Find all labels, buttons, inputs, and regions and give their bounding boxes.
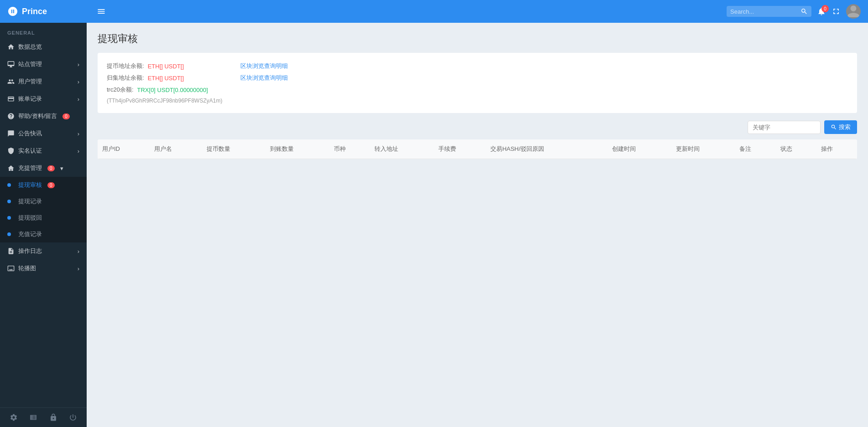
trc20-addr: (TTh4joPv8GhR9RCcJF98nb96PF8WSZyA1m) [107, 98, 222, 104]
submenu-item-withdraw-records[interactable]: 提现记录 [0, 193, 87, 210]
help-badge: 0 [62, 113, 70, 119]
sidebar-item-user-label: 用户管理 [18, 77, 42, 86]
sidebar-item-user-manage[interactable]: 用户管理 › [0, 73, 87, 90]
col-create-time: 创建时间 [608, 139, 671, 159]
dot-withdraw-records [7, 200, 11, 203]
info-row-collect-balance: 归集地址余额: ETH[] USDT[] [107, 74, 222, 82]
col-user-id: 用户ID [98, 139, 150, 159]
layout-icon [29, 413, 37, 422]
blockchain-link-2[interactable]: 区块浏览查询明细 [240, 74, 288, 82]
lock-button[interactable] [49, 413, 57, 422]
menu-icon [97, 7, 106, 16]
col-tx-hash: 交易HASH/驳回原因 [486, 139, 608, 159]
sidebar-item-operation-log[interactable]: 操作日志 › [0, 242, 87, 260]
sidebar-item-help[interactable]: 帮助/资料/留言 0 [0, 108, 87, 125]
trc20-value: TRX[0] USDT[0.00000000] [137, 87, 208, 93]
col-currency: 币种 [329, 139, 370, 159]
data-table: 用户ID 用户名 提币数量 到账数量 币种 转入地址 手续费 交易HASH/驳回… [98, 139, 857, 159]
info-row-trc20: trc20余额: TRX[0] USDT[0.00000000] [107, 86, 222, 94]
app-name: Prince [22, 7, 47, 16]
search-btn-icon [831, 124, 837, 130]
col-fee: 手续费 [434, 139, 486, 159]
trc20-label: trc20余额: [107, 86, 134, 94]
page-title: 提现审核 [98, 32, 857, 46]
notice-arrow: › [78, 130, 79, 137]
log-arrow: › [78, 248, 79, 255]
submenu-withdraw-audit-label: 提现审核 [18, 181, 42, 189]
submenu-withdraw-refund-label: 提现驳回 [18, 214, 42, 222]
blockchain-link-1[interactable]: 区块浏览查询明细 [240, 62, 288, 70]
layout-button[interactable] [29, 413, 37, 422]
table-header: 用户ID 用户名 提币数量 到账数量 币种 转入地址 手续费 交易HASH/驳回… [98, 139, 857, 159]
user-manage-arrow: › [78, 78, 79, 85]
fullscreen-icon [832, 7, 841, 16]
col-status: 状态 [776, 139, 816, 159]
help-icon [7, 113, 15, 120]
withdraw-audit-badge: 0 [47, 182, 55, 188]
search-box[interactable] [727, 6, 811, 17]
sidebar-item-realname[interactable]: 实名认证 › [0, 142, 87, 159]
search-icon [800, 8, 808, 15]
sidebar-item-recharge-manage[interactable]: 充提管理 0 ▾ [0, 159, 87, 177]
account-arrow: › [78, 96, 79, 103]
sidebar-section-general: GENERAL [0, 23, 87, 38]
table-card: 用户ID 用户名 提币数量 到账数量 币种 转入地址 手续费 交易HASH/驳回… [98, 139, 857, 159]
power-icon [69, 413, 77, 422]
sidebar-item-help-label: 帮助/资料/留言 [18, 112, 57, 120]
sidebar-item-realname-label: 实名认证 [18, 147, 42, 155]
search-bar: 搜索 [98, 120, 857, 134]
carousel-arrow: › [78, 265, 79, 272]
search-input[interactable] [730, 8, 799, 15]
sidebar-item-dashboard-label: 数据总览 [18, 43, 42, 51]
info-row-withdraw-balance: 提币地址余额: ETH[] USDT[] [107, 62, 222, 70]
sidebar-item-carousel[interactable]: 轮播图 › [0, 260, 87, 277]
submenu-item-recharge-records[interactable]: 充值记录 [0, 226, 87, 242]
notification-button[interactable]: 0 [817, 7, 826, 16]
col-action: 操作 [816, 139, 857, 159]
recharge-icon [7, 165, 15, 172]
fullscreen-button[interactable] [832, 7, 841, 16]
topbar: Prince 0 [0, 0, 868, 23]
bill-icon [7, 95, 15, 103]
main-content: 提现审核 提币地址余额: ETH[] USDT[] 归集地址余额: ETH[] … [87, 23, 868, 427]
hamburger-button[interactable] [97, 7, 106, 16]
sidebar-item-dashboard[interactable]: 数据总览 [0, 38, 87, 56]
notice-icon [7, 130, 15, 137]
search-button-label: 搜索 [839, 123, 851, 131]
dot-recharge-records [7, 232, 11, 236]
info-col-right: 区块浏览查询明细 区块浏览查询明细 [240, 62, 288, 104]
submenu-item-withdraw-audit[interactable]: 提现审核 0 [0, 177, 87, 193]
sidebar-item-site-manage[interactable]: 站点管理 › [0, 56, 87, 73]
sidebar-item-notice[interactable]: 公告快讯 › [0, 125, 87, 142]
dot-withdraw-audit [7, 183, 11, 187]
sidebar-item-account-records[interactable]: 账单记录 › [0, 90, 87, 108]
sidebar-item-carousel-label: 轮播图 [18, 264, 36, 273]
search-button[interactable]: 搜索 [824, 120, 857, 134]
info-row-trc20-addr: (TTh4joPv8GhR9RCcJF98nb96PF8WSZyA1m) [107, 98, 222, 104]
avatar[interactable] [846, 4, 861, 19]
sidebar-item-account-label: 账单记录 [18, 95, 42, 103]
recharge-badge: 0 [47, 165, 55, 171]
withdraw-balance-value: ETH[] USDT[] [148, 63, 184, 70]
recharge-submenu: 提现审核 0 提现记录 提现驳回 充值记录 [0, 177, 87, 242]
power-button[interactable] [69, 413, 77, 422]
submenu-item-withdraw-refund[interactable]: 提现驳回 [0, 210, 87, 226]
realname-icon [7, 147, 15, 154]
col-withdraw-amount: 提币数量 [202, 139, 266, 159]
monitor-icon [7, 61, 15, 68]
keyword-input[interactable] [748, 121, 821, 134]
layout: GENERAL 数据总览 站点管理 › 用户管理 › 账单记录 › 帮助/资料/… [0, 23, 868, 427]
settings-button[interactable] [10, 413, 18, 422]
user-icon [7, 78, 15, 85]
sidebar-item-site-label: 站点管理 [18, 60, 42, 68]
app-logo: Prince [7, 6, 89, 17]
submenu-recharge-records-label: 充值记录 [18, 230, 42, 238]
site-manage-arrow: › [78, 61, 79, 68]
submenu-withdraw-records-label: 提现记录 [18, 197, 42, 206]
topbar-right: 0 [727, 4, 861, 19]
sidebar: GENERAL 数据总览 站点管理 › 用户管理 › 账单记录 › 帮助/资料/… [0, 23, 87, 427]
lock-icon [49, 413, 57, 422]
notification-badge: 0 [821, 5, 829, 12]
search-submit-button[interactable] [800, 8, 808, 15]
col-transfer-addr: 转入地址 [370, 139, 434, 159]
